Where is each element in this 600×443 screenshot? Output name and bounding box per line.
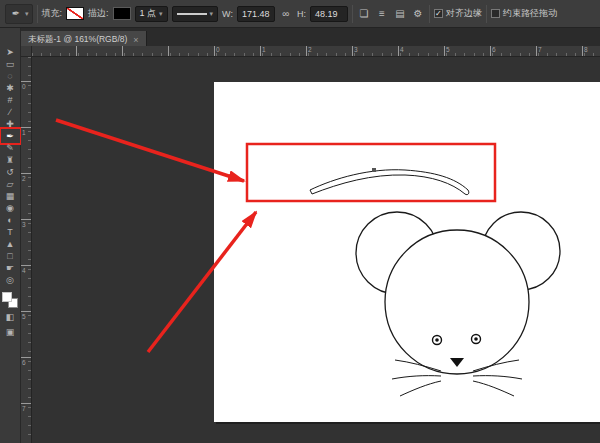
- ruler-number: 6: [492, 46, 496, 53]
- ruler-number: 4: [400, 46, 404, 53]
- chevron-down-icon: ▾: [210, 10, 214, 17]
- dodge-tool-icon: ◐: [7, 214, 12, 226]
- screen-mode-icon: ▣: [6, 326, 15, 338]
- checkbox-checked-icon: ✓: [434, 9, 443, 18]
- eraser-tool-icon: ▱: [7, 178, 14, 190]
- document-tab-title: 未标题-1 @ 161%(RGB/8): [28, 34, 127, 46]
- tool-dodge-tool[interactable]: ◐: [2, 214, 19, 226]
- clone-stamp-tool-icon: ♜: [6, 154, 14, 166]
- tab-bar: 未标题-1 @ 161%(RGB/8) ×: [21, 28, 600, 46]
- ruler-number: 2: [308, 46, 312, 53]
- options-bar: ✒ ▾ 填充: 描边: 1 点 ▾ ▾ W: 171.48 ∞ H: 48.19…: [0, 0, 600, 28]
- vertical-ruler[interactable]: 01234567: [21, 57, 32, 443]
- brush-tool-icon: ✎: [6, 142, 14, 154]
- tool-spot-healing-brush-tool[interactable]: ✚: [2, 118, 19, 130]
- history-brush-tool-icon: ↺: [6, 166, 14, 178]
- gradient-tool-icon: ▦: [6, 190, 15, 202]
- tool-quick-selection-tool[interactable]: ✱: [2, 82, 19, 94]
- stroke-style-preview: [177, 13, 207, 15]
- checkbox-unchecked-icon: [491, 9, 500, 18]
- ruler-number: 3: [354, 46, 358, 53]
- quick-mask-button[interactable]: ◧: [2, 311, 19, 323]
- divider: [429, 5, 430, 23]
- mouse-head: [385, 230, 529, 374]
- ruler-number: 4: [22, 267, 26, 274]
- path-alignment-icon[interactable]: ≡: [375, 8, 389, 19]
- path-operations-icon[interactable]: ❏: [357, 8, 371, 19]
- tool-preset-dropdown[interactable]: ✒ ▾: [5, 4, 33, 24]
- eyedropper-tool-icon: ∕: [9, 106, 11, 118]
- gear-icon[interactable]: ⚙: [411, 8, 425, 19]
- stroke-width-field[interactable]: 1 点 ▾: [135, 6, 168, 22]
- quick-selection-tool-icon: ✱: [6, 82, 14, 94]
- color-swatches[interactable]: [2, 292, 18, 308]
- tool-clone-stamp-tool[interactable]: ♜: [2, 154, 19, 166]
- shape-height-input[interactable]: 48.19: [310, 6, 348, 22]
- ruler-number: 5: [446, 46, 450, 53]
- quick-mask-icon: ◧: [6, 311, 15, 323]
- tool-crop-tool[interactable]: #: [2, 94, 19, 106]
- path-arrangement-icon[interactable]: ▤: [393, 8, 407, 19]
- mouse-right-eye: [472, 335, 481, 344]
- tool-path-selection-tool[interactable]: ▲: [2, 238, 19, 250]
- tools-panel-bottom: ◧ ▣: [2, 292, 19, 338]
- constrain-path-checkbox[interactable]: 约束路径拖动: [491, 7, 557, 20]
- tool-rectangle-tool[interactable]: □: [2, 250, 19, 262]
- fill-color-swatch[interactable]: [66, 7, 84, 20]
- path-selection-tool-icon: ▲: [6, 238, 15, 250]
- chevron-down-icon: ▾: [159, 10, 163, 17]
- mouse-drawing: [32, 57, 600, 443]
- stroke-label: 描边:: [88, 7, 109, 20]
- lasso-tool-icon: ◌: [7, 70, 12, 82]
- close-tab-icon[interactable]: ×: [133, 35, 138, 45]
- ruler-number: 1: [262, 46, 266, 53]
- tail-anchor-point: [372, 168, 376, 172]
- height-label: H:: [297, 9, 306, 19]
- rectangle-tool-icon: □: [7, 250, 12, 262]
- stroke-width-value: 1 点: [140, 7, 157, 20]
- tool-eyedropper-tool[interactable]: ∕: [2, 106, 19, 118]
- foreground-color-swatch[interactable]: [2, 292, 12, 302]
- tool-move-tool[interactable]: ➤: [2, 46, 19, 58]
- spot-healing-brush-tool-icon: ✚: [6, 118, 14, 130]
- ruler-number: 2: [22, 175, 26, 182]
- constrain-path-label: 约束路径拖动: [503, 7, 557, 20]
- shape-width-input[interactable]: 171.48: [237, 6, 275, 22]
- tool-history-brush-tool[interactable]: ↺: [2, 166, 19, 178]
- horizontal-type-tool-icon: T: [7, 226, 13, 238]
- link-dimensions-icon[interactable]: ∞: [279, 8, 293, 19]
- screen-mode-button[interactable]: ▣: [2, 326, 19, 338]
- tools-panel: ➤▭◌✱#∕✚✒✎♜↺▱▦◉◐T▲□☛◎ ◧ ▣: [0, 28, 21, 443]
- tool-zoom-tool[interactable]: ◎: [2, 274, 19, 286]
- ruler-number: 1: [22, 129, 26, 136]
- tool-blur-tool[interactable]: ◉: [2, 202, 19, 214]
- canvas-area[interactable]: [32, 57, 600, 443]
- ruler-number: 8: [584, 46, 588, 53]
- tool-gradient-tool[interactable]: ▦: [2, 190, 19, 202]
- tool-hand-tool[interactable]: ☛: [2, 262, 19, 274]
- ruler-number: 7: [22, 405, 26, 412]
- ruler-corner: [21, 46, 32, 57]
- tool-pen-tool[interactable]: ✒: [2, 130, 19, 142]
- rectangular-marquee-tool-icon: ▭: [6, 58, 15, 70]
- tool-rectangular-marquee-tool[interactable]: ▭: [2, 58, 19, 70]
- tool-lasso-tool[interactable]: ◌: [2, 70, 19, 82]
- hand-tool-icon: ☛: [6, 262, 14, 274]
- chevron-down-icon: ▾: [25, 10, 29, 17]
- align-edges-checkbox[interactable]: ✓ 对齐边缘: [434, 7, 482, 20]
- fill-label: 填充:: [42, 7, 63, 20]
- tool-horizontal-type-tool[interactable]: T: [2, 226, 19, 238]
- stroke-color-swatch[interactable]: [113, 7, 131, 20]
- horizontal-ruler[interactable]: 012345678: [32, 46, 600, 57]
- divider: [37, 5, 38, 23]
- stroke-type-dropdown[interactable]: ▾: [172, 6, 219, 22]
- ruler-number: 0: [216, 46, 220, 53]
- tool-brush-tool[interactable]: ✎: [2, 142, 19, 154]
- tool-eraser-tool[interactable]: ▱: [2, 178, 19, 190]
- ruler-number: 5: [22, 313, 26, 320]
- move-tool-icon: ➤: [6, 46, 14, 58]
- ruler-number: 3: [22, 221, 26, 228]
- pen-tool-preset-icon: ✒: [9, 8, 23, 19]
- blur-tool-icon: ◉: [6, 202, 14, 214]
- width-label: W:: [222, 9, 233, 19]
